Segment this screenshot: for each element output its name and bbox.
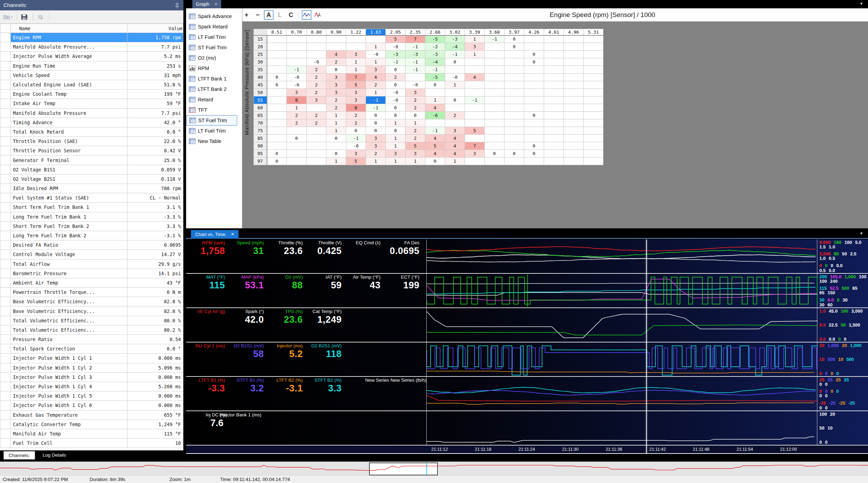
grid-cell[interactable]: 5 <box>425 142 445 150</box>
close-icon[interactable]: ✕ <box>231 230 234 239</box>
grid-row-header[interactable]: 75 <box>254 127 267 135</box>
grid-cell[interactable]: 2 <box>307 119 326 127</box>
grid-col-header[interactable]: 1.22 <box>346 29 366 35</box>
grid-cell[interactable]: 1 <box>465 35 485 43</box>
grid-cell[interactable]: 0 <box>445 58 465 66</box>
grid-cell[interactable]: 2 <box>307 66 326 74</box>
channel-row[interactable]: Injector Pulse Width Average5.2 ms <box>0 52 183 61</box>
grid-cell[interactable]: 4 <box>445 150 465 158</box>
grid-cell[interactable] <box>544 58 564 66</box>
grid-cell[interactable] <box>326 35 346 43</box>
grid-cell[interactable]: 7 <box>406 35 425 43</box>
channel-row[interactable]: Short Term Fuel Trim Bank 23.3 % <box>0 221 183 231</box>
grid-cell[interactable]: 3 <box>406 89 425 96</box>
grid-cell[interactable] <box>485 58 504 66</box>
grid-cell[interactable] <box>584 142 603 150</box>
grid-cell[interactable]: 5 <box>346 158 366 165</box>
toolbar-button-−[interactable]: − <box>253 10 262 20</box>
grid-cell[interactable]: 0 <box>366 112 386 119</box>
grid-cell[interactable]: 0 <box>326 150 346 158</box>
channel-row[interactable]: Calculated Engine Load (SAE)51.8 % <box>0 80 183 89</box>
grid-row-header[interactable]: 85 <box>254 135 267 142</box>
grid-cell[interactable]: 0 <box>267 74 287 81</box>
grid-cell[interactable]: 1 <box>326 127 346 135</box>
grid-cell[interactable] <box>544 112 564 119</box>
grid-cell[interactable] <box>504 81 524 89</box>
grid-cell[interactable] <box>584 35 603 43</box>
grid-cell[interactable] <box>465 58 485 66</box>
grid-cell[interactable] <box>584 112 603 119</box>
table-list-item-ltft-bank-1[interactable]: LTFT Bank 1 <box>186 74 242 84</box>
open-channel-set-button[interactable]: ▾ <box>2 12 14 22</box>
grid-cell[interactable]: 1 <box>346 66 366 74</box>
grid-cell[interactable] <box>485 96 504 104</box>
grid-row-header[interactable]: 35 <box>254 66 267 74</box>
grid-cell[interactable] <box>584 119 603 127</box>
grid-cell[interactable]: 1 <box>386 135 406 142</box>
grid-cell[interactable]: 1 <box>287 104 307 112</box>
grid-cell[interactable]: 1 <box>366 89 386 96</box>
grid-cell[interactable] <box>504 119 524 127</box>
grid-cell[interactable] <box>267 89 287 96</box>
channel-row[interactable]: Engine RPM1,758 rpm <box>0 33 183 42</box>
grid-cell[interactable] <box>307 127 326 135</box>
grid-cell[interactable] <box>267 104 287 112</box>
grid-cell[interactable]: -0 <box>386 43 406 51</box>
grid-cell[interactable] <box>267 58 287 66</box>
grid-cell[interactable] <box>564 150 584 158</box>
table-list-item-retard[interactable]: Retard <box>186 94 242 105</box>
grid-cell[interactable]: 3 <box>307 96 326 104</box>
channel-row[interactable]: Throttle Position Sensor0.42 V <box>0 146 183 155</box>
grid-cell[interactable] <box>584 51 603 58</box>
grid-cell[interactable]: 0 <box>524 58 544 66</box>
table-list-item-new-table[interactable]: New Table <box>186 136 242 146</box>
grid-row-header[interactable]: 70 <box>254 119 267 127</box>
grid-col-header[interactable]: 0.80 <box>307 29 326 35</box>
grid-cell[interactable] <box>267 96 287 104</box>
grid-cell[interactable] <box>564 142 584 150</box>
grid-cell[interactable] <box>406 74 425 81</box>
grid-cell[interactable] <box>564 66 584 74</box>
grid-cell[interactable] <box>584 104 603 112</box>
grid-cell[interactable]: 0 <box>326 66 346 74</box>
grid-cell[interactable] <box>504 104 524 112</box>
grid-cell[interactable] <box>465 112 485 119</box>
channel-row[interactable]: Intake Air Temp59 °F <box>0 99 183 108</box>
table-list-item-ltft-bank-2[interactable]: LTFT Bank 2 <box>186 84 242 94</box>
grid-cell[interactable] <box>287 158 307 165</box>
grid-cell[interactable] <box>485 66 504 74</box>
grid-cell[interactable]: 0 <box>386 127 406 135</box>
grid-cell[interactable]: 2 <box>406 96 425 104</box>
grid-cell[interactable] <box>524 35 544 43</box>
grid-cell[interactable] <box>346 43 366 51</box>
grid-cell[interactable]: 2 <box>326 58 346 66</box>
grid-cell[interactable]: 1 <box>366 158 386 165</box>
grid-cell[interactable] <box>485 135 504 142</box>
grid-cell[interactable]: 1 <box>326 119 346 127</box>
grid-cell[interactable] <box>584 58 603 66</box>
grid-cell[interactable]: 2 <box>366 81 386 89</box>
grid-cell[interactable] <box>564 58 584 66</box>
grid-cell[interactable] <box>524 43 544 51</box>
grid-cell[interactable] <box>267 66 287 74</box>
toolbar-button-L[interactable]: L <box>275 10 285 20</box>
grid-cell[interactable] <box>584 127 603 135</box>
grid-cell[interactable] <box>504 96 524 104</box>
grid-cell[interactable] <box>485 119 504 127</box>
channel-row[interactable]: Total Spark Correction0.0 ° <box>0 344 183 354</box>
grid-cell[interactable]: -1 <box>386 58 406 66</box>
grid-cell[interactable]: 1 <box>386 158 406 165</box>
grid-cell[interactable] <box>465 89 485 96</box>
table-list-item-lt-fuel-trim[interactable]: LT Fuel Trim <box>186 126 242 136</box>
grid-cell[interactable] <box>267 135 287 142</box>
grid-cell[interactable]: -0 <box>287 81 307 89</box>
channel-row[interactable]: Fuel Trim Cell10 <box>0 439 183 448</box>
grid-cell[interactable]: -1 <box>465 96 485 104</box>
strip-plot-area[interactable] <box>426 342 817 376</box>
grid-cell[interactable]: 2 <box>326 96 346 104</box>
grid-cell[interactable]: 3 <box>287 89 307 96</box>
grid-cell[interactable]: 0 <box>445 96 465 104</box>
grid-cell[interactable]: 0 <box>326 135 346 142</box>
grid-row-header[interactable]: 15 <box>254 35 267 43</box>
grid-cell[interactable]: -0 <box>406 81 425 89</box>
